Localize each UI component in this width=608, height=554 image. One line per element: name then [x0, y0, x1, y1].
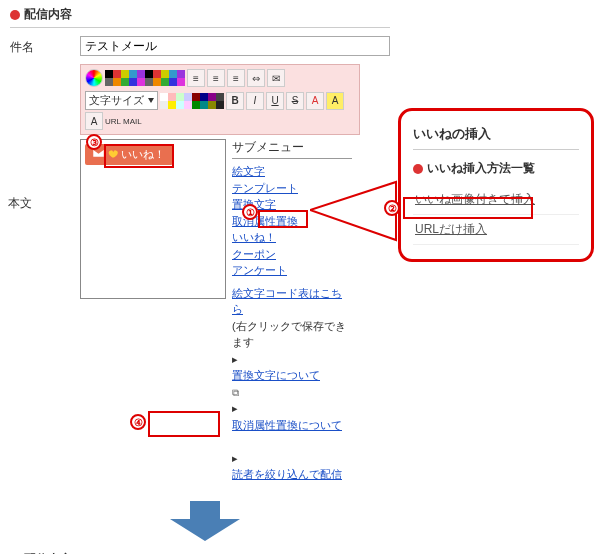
subject-input[interactable] [80, 36, 390, 56]
submenu-item[interactable]: アンケート [232, 262, 352, 279]
editor-toolbar: ≡ ≡ ≡ ⇔ ✉ 文字サイズ B I U S A A A URL MAIL [80, 64, 360, 135]
submenu-item[interactable]: テンプレート [232, 180, 352, 197]
color-palette-ext[interactable] [160, 93, 224, 109]
rightclick-note: (右クリックで保存できます [232, 318, 352, 351]
like-insert-popup: いいねの挿入 いいね挿入方法一覧 いいね画像付きで挿入 URLだけ挿入 [398, 108, 594, 262]
color-swatch[interactable] [192, 101, 200, 109]
color-swatch[interactable] [169, 78, 177, 86]
submenu-panel: サブメニュー 絵文字テンプレート置換文字取消属性置換いいね！クーポンアンケート … [232, 139, 352, 483]
color-swatch[interactable] [153, 70, 161, 78]
filter-link[interactable]: 読者を絞り込んで配信 [232, 466, 352, 483]
color-swatch[interactable] [176, 101, 184, 109]
color-swatch[interactable] [169, 70, 177, 78]
submenu-item[interactable]: 絵文字 [232, 163, 352, 180]
color-swatch[interactable] [121, 78, 129, 86]
insert-with-image-link[interactable]: いいね画像付きで挿入 [413, 185, 579, 215]
submenu-item[interactable]: クーポン [232, 246, 352, 263]
color-swatch[interactable] [177, 78, 185, 86]
color-swatch[interactable] [192, 93, 200, 101]
underline-button[interactable]: U [266, 92, 284, 110]
color-swatch[interactable] [145, 70, 153, 78]
bullet-icon [413, 164, 423, 174]
section-title-preview: 配信内容 [10, 551, 390, 555]
color-palette[interactable] [105, 70, 185, 86]
color-swatch[interactable] [137, 78, 145, 86]
bullet-icon [10, 10, 20, 20]
color-swatch[interactable] [177, 70, 185, 78]
body-editor[interactable]: いいね！ [80, 139, 226, 299]
color-swatch[interactable] [160, 101, 168, 109]
popup-title: いいねの挿入 [413, 125, 579, 150]
italic-button[interactable]: I [246, 92, 264, 110]
color-swatch[interactable] [200, 93, 208, 101]
color-picker-icon[interactable] [85, 69, 103, 87]
color-swatch[interactable] [200, 101, 208, 109]
bold-button[interactable]: B [226, 92, 244, 110]
mail-label: MAIL [123, 117, 142, 126]
color-swatch[interactable] [208, 101, 216, 109]
color-swatch[interactable] [184, 101, 192, 109]
color-swatch[interactable] [208, 93, 216, 101]
marker-1: ① [242, 204, 258, 220]
color-swatch[interactable] [184, 93, 192, 101]
body-label: 本文 [8, 192, 78, 212]
url-label: URL [105, 117, 121, 126]
align-center-icon[interactable]: ≡ [207, 69, 225, 87]
color-swatch[interactable] [129, 78, 137, 86]
external-icon: ⧉ [232, 387, 239, 398]
emoji-chart-link[interactable]: 絵文字コード表はこちら [232, 285, 352, 318]
cancel-attr-link[interactable]: 取消属性置換について [232, 417, 352, 434]
color-swatch[interactable] [105, 70, 113, 78]
color-swatch[interactable] [105, 78, 113, 86]
font-size-select[interactable]: 文字サイズ [85, 91, 158, 110]
color-swatch[interactable] [145, 78, 153, 86]
marker-2: ② [384, 200, 400, 216]
color-swatch[interactable] [160, 93, 168, 101]
color-swatch[interactable] [176, 93, 184, 101]
fontcolor-a-button[interactable]: A [306, 92, 324, 110]
submenu-item[interactable]: いいね！ [232, 229, 352, 246]
section-title-text: 配信内容 [24, 551, 72, 555]
color-swatch[interactable] [121, 70, 129, 78]
popup-subtitle: いいね挿入方法一覧 [413, 160, 579, 177]
clear-a-button[interactable]: A [85, 112, 103, 130]
envelope-icon[interactable]: ✉ [267, 69, 285, 87]
section-title-edit: 配信内容 [10, 6, 390, 28]
color-swatch[interactable] [113, 78, 121, 86]
color-swatch[interactable] [137, 70, 145, 78]
flow-arrow-down-icon [170, 501, 240, 541]
color-swatch[interactable] [168, 93, 176, 101]
highlight-a-button[interactable]: A [326, 92, 344, 110]
align-left-icon[interactable]: ≡ [187, 69, 205, 87]
color-swatch[interactable] [129, 70, 137, 78]
align-right-icon[interactable]: ≡ [227, 69, 245, 87]
color-swatch[interactable] [161, 78, 169, 86]
replace-link[interactable]: 置換文字について [232, 367, 352, 384]
subject-label: 件名 [10, 36, 80, 56]
color-swatch[interactable] [161, 70, 169, 78]
color-swatch[interactable] [216, 93, 224, 101]
insert-url-only-link[interactable]: URLだけ挿入 [413, 215, 579, 245]
strike-button[interactable]: S [286, 92, 304, 110]
submenu-title: サブメニュー [232, 139, 352, 159]
color-swatch[interactable] [113, 70, 121, 78]
color-swatch[interactable] [153, 78, 161, 86]
marker-4: ④ [130, 414, 146, 430]
section-title-text: 配信内容 [24, 6, 72, 23]
color-swatch[interactable] [216, 101, 224, 109]
color-swatch[interactable] [168, 101, 176, 109]
link-icon[interactable]: ⇔ [247, 69, 265, 87]
marker-3: ③ [86, 134, 102, 150]
